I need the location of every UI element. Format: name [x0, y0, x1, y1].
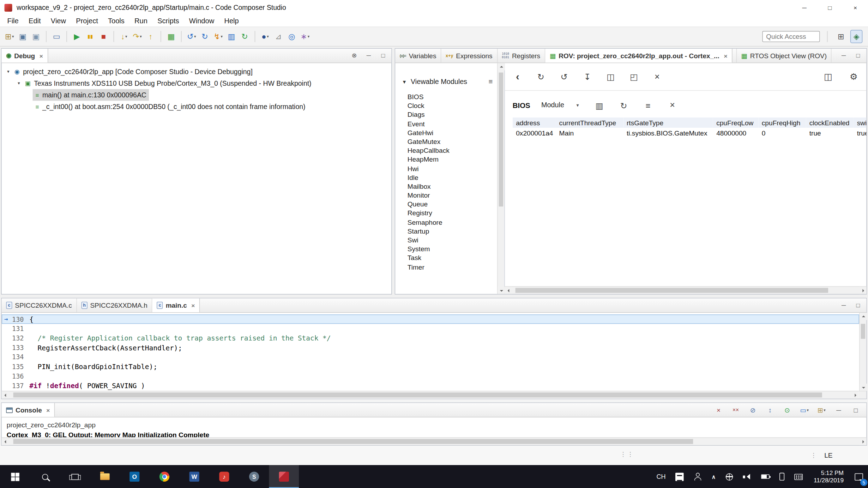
assembly-step-icon[interactable]: ▦ [165, 30, 177, 43]
scroll-up-icon[interactable] [860, 313, 867, 320]
maximize-panel-icon[interactable]: □ [850, 403, 862, 417]
line-number[interactable]: 132 [11, 335, 29, 342]
search-icon[interactable]: ◎ [286, 30, 298, 43]
column-header[interactable]: clockEnabled [806, 118, 854, 128]
tab-expressions[interactable]: x+yExpressions [441, 49, 498, 62]
breakpoint-icon[interactable]: ●▾ [259, 30, 271, 43]
editor-hscrollbar[interactable] [2, 391, 859, 399]
scroll-track[interactable] [860, 320, 867, 384]
minimize-panel-icon[interactable]: ─ [833, 403, 845, 417]
tab-debug[interactable]: ◉ Debug × [2, 49, 48, 62]
module-item-bios[interactable]: BIOS [402, 92, 497, 101]
module-item-mailbox[interactable]: Mailbox [402, 182, 497, 191]
tab-variables[interactable]: (x)=Variables [395, 49, 441, 62]
module-item-timer[interactable]: Timer [402, 263, 497, 272]
minimize-panel-icon[interactable]: ─ [840, 51, 848, 61]
close-tab-icon[interactable]: × [46, 406, 50, 413]
menu-scripts[interactable]: Scripts [152, 16, 184, 26]
line-number[interactable]: 133 [11, 344, 29, 352]
editor-vscrollbar[interactable] [859, 313, 866, 391]
close-tab-icon[interactable]: × [191, 302, 195, 309]
column-header[interactable]: cpuFreqLow [713, 118, 759, 128]
scroll-track[interactable] [512, 287, 859, 294]
refresh-icon[interactable]: ↻ [535, 70, 547, 83]
collapse-icon[interactable]: ▼ [402, 79, 407, 85]
tab-spicc26xxdma-h[interactable]: hSPICC26XXDMA.h [77, 299, 152, 312]
taskbar-app-music[interactable]: ♪ [209, 465, 239, 488]
console-output[interactable]: project_zero_cc2640r2lp_appCortex_M3_0: … [2, 417, 867, 437]
modules-scrollbar[interactable] [497, 63, 504, 294]
scroll-thumb[interactable] [499, 72, 504, 206]
rov-hscrollbar[interactable] [505, 286, 866, 294]
viewable-modules-header[interactable]: ▼ Viewable Modules ≡ [402, 78, 497, 86]
suspend-icon[interactable]: ▮▮ [84, 30, 96, 43]
scroll-track[interactable] [9, 391, 851, 398]
measure-icon[interactable]: ⊿ [272, 30, 285, 43]
minimize-panel-icon[interactable]: ─ [840, 300, 848, 310]
tab-console[interactable]: Console × [2, 403, 55, 417]
dropdown-caret-icon[interactable]: ▾ [267, 34, 269, 39]
close-button[interactable]: × [843, 0, 868, 15]
tab-rov[interactable]: ▦ROV: project_zero_cc2640r2lp_app.out - … [545, 49, 733, 62]
module-item-heapcallback[interactable]: HeapCallback [402, 146, 497, 155]
twisty-icon[interactable]: ▾ [16, 81, 22, 86]
tray-clock[interactable]: 5:12 PM11/28/2019 [808, 465, 850, 488]
quick-access-input[interactable]: Quick Access [762, 31, 820, 42]
tab-rtos-object-view[interactable]: ▦RTOS Object View (ROV) [736, 49, 832, 62]
maximize-panel-icon[interactable]: □ [854, 51, 862, 61]
tray-phone-icon[interactable] [774, 465, 789, 488]
filter-icon[interactable]: ≡ [488, 78, 493, 86]
tray-touch-keyboard-icon[interactable] [789, 465, 808, 488]
debug-perspective-icon[interactable]: ◈ [850, 30, 863, 43]
refresh-icon[interactable]: ↻ [239, 30, 251, 43]
open-new-view-icon[interactable]: ◫ [604, 70, 617, 83]
taskbar-app-word[interactable]: W [179, 465, 209, 488]
debug-tree-row[interactable]: ▾◉project_zero_cc2640r2lp_app [Code Comp… [2, 66, 392, 78]
module-item-semaphore[interactable]: Semaphore [402, 218, 497, 227]
dropdown-caret-icon[interactable]: ▾ [140, 34, 142, 39]
display-console-icon[interactable]: ▭▾ [798, 403, 810, 417]
dropdown-caret-icon[interactable]: ▾ [194, 34, 196, 39]
taskbar-app-taskview[interactable] [60, 465, 90, 488]
taskbar-app-search[interactable] [30, 465, 60, 488]
module-item-heapmem[interactable]: HeapMem [402, 155, 497, 164]
menu-view[interactable]: View [46, 16, 71, 26]
scroll-down-icon[interactable] [498, 287, 505, 294]
scroll-thumb[interactable] [861, 324, 866, 339]
tab-main-c[interactable]: cmain.c× [152, 299, 200, 312]
scroll-right-icon[interactable] [859, 287, 866, 294]
taskbar-app-chrome[interactable] [150, 465, 180, 488]
remove-all-launches-icon[interactable]: ×× [730, 403, 742, 417]
settings-gear-icon[interactable]: ⚙ [848, 70, 860, 83]
flash-icon[interactable]: ↯▾ [212, 30, 224, 43]
module-item-startup[interactable]: Startup [402, 227, 497, 236]
menu-icon[interactable]: ≡ [642, 98, 654, 112]
tray-network-icon[interactable] [721, 465, 738, 488]
tray-volume-icon[interactable] [738, 465, 756, 488]
table-row[interactable]: 0x200001a4Mainti.sysbios.BIOS.GateMutex4… [513, 128, 867, 138]
minimize-button[interactable]: ─ [792, 0, 817, 15]
step-over-icon[interactable]: ↷▾ [131, 30, 144, 43]
fullscreen-icon[interactable]: ◰ [628, 70, 640, 83]
open-perspective-icon[interactable]: ⊞ [835, 30, 847, 43]
scroll-thumb[interactable] [13, 439, 693, 444]
maximize-panel-icon[interactable]: □ [854, 300, 862, 310]
tray-people-icon[interactable] [689, 465, 706, 488]
new-file-icon[interactable]: ⊞▾ [3, 30, 16, 43]
scroll-down-icon[interactable] [860, 384, 867, 391]
module-item-diags[interactable]: Diags [402, 110, 497, 119]
maximize-button[interactable]: □ [817, 0, 843, 15]
twisty-icon[interactable]: ▾ [5, 69, 12, 74]
module-item-gatemutex[interactable]: GateMutex [402, 137, 497, 146]
memory-view-icon[interactable]: ▥ [225, 30, 238, 43]
console-hscrollbar[interactable] [2, 437, 867, 445]
tab-registers[interactable]: 1010 0101Registers [498, 49, 545, 62]
module-item-clock[interactable]: Clock [402, 101, 497, 110]
scroll-track[interactable] [9, 438, 859, 445]
tray-hidden-icons-chevron-icon[interactable]: ∧ [707, 465, 721, 488]
step-return-icon[interactable]: ↑ [144, 30, 157, 43]
open-console-icon[interactable]: ⊞▾ [815, 403, 828, 417]
scroll-lock-icon[interactable]: ↕ [764, 403, 776, 417]
column-header[interactable]: swiEnabled [854, 118, 866, 128]
taskbar-app-explorer[interactable] [90, 465, 120, 488]
